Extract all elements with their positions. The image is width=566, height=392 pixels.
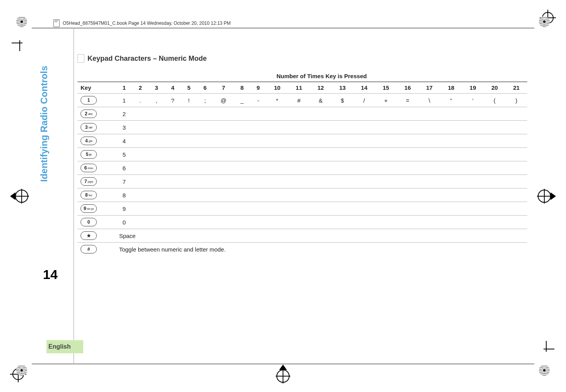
char-cell bbox=[250, 107, 266, 121]
char-cell bbox=[375, 107, 397, 121]
char-cell bbox=[148, 121, 165, 134]
full-row-text: Space bbox=[116, 229, 527, 243]
col-header: 3 bbox=[148, 82, 165, 94]
char-cell bbox=[181, 216, 197, 229]
char-cell bbox=[397, 175, 418, 188]
char-cell: 7 bbox=[116, 175, 132, 188]
char-cell bbox=[462, 161, 484, 175]
char-cell: 9 bbox=[116, 202, 132, 216]
char-cell bbox=[462, 175, 484, 188]
char-cell bbox=[418, 175, 440, 188]
char-cell bbox=[440, 202, 462, 216]
char-cell bbox=[506, 216, 527, 229]
char-cell bbox=[331, 121, 353, 134]
table-row: 11.,?!;@_-*#&$/+=\“‘() bbox=[77, 94, 527, 107]
char-cell bbox=[288, 121, 310, 134]
char-cell: & bbox=[310, 94, 331, 107]
col-header: 2 bbox=[132, 82, 148, 94]
char-cell bbox=[506, 121, 527, 134]
key-column-header: Key bbox=[77, 82, 116, 94]
char-cell bbox=[165, 121, 181, 134]
char-cell bbox=[148, 161, 165, 175]
char-cell: # bbox=[288, 94, 310, 107]
char-cell bbox=[197, 107, 213, 121]
keypad-key: 1 bbox=[81, 96, 97, 104]
char-cell bbox=[375, 161, 397, 175]
col-header: 5 bbox=[181, 82, 197, 94]
char-cell bbox=[181, 175, 197, 188]
char-cell bbox=[165, 188, 181, 202]
char-cell bbox=[288, 202, 310, 216]
char-cell bbox=[148, 216, 165, 229]
char-cell bbox=[288, 148, 310, 161]
char-cell bbox=[440, 134, 462, 148]
key-cell: 0 bbox=[77, 216, 116, 229]
char-cell bbox=[181, 202, 197, 216]
keypad-characters-table: Number of Times Key is Pressed Key 12345… bbox=[77, 70, 527, 256]
char-cell: ? bbox=[165, 94, 181, 107]
char-cell: 1 bbox=[116, 94, 132, 107]
char-cell bbox=[197, 161, 213, 175]
char-cell bbox=[165, 134, 181, 148]
char-cell bbox=[331, 134, 353, 148]
col-header: 6 bbox=[197, 82, 213, 94]
char-cell bbox=[165, 216, 181, 229]
char-cell bbox=[484, 202, 506, 216]
char-cell bbox=[213, 161, 234, 175]
keypad-key: 2abc bbox=[81, 110, 97, 118]
char-cell bbox=[234, 148, 250, 161]
main-content: Keypad Characters – Numeric Mode Number … bbox=[77, 54, 527, 256]
char-cell bbox=[266, 175, 288, 188]
registration-circle-bottom-left bbox=[16, 365, 27, 376]
keypad-key: 8tuv bbox=[81, 191, 97, 199]
char-cell bbox=[375, 175, 397, 188]
page-header: O5Head_6875947M01_C.book Page 14 Wednesd… bbox=[53, 19, 231, 27]
char-cell bbox=[234, 216, 250, 229]
key-cell: 1 bbox=[77, 94, 116, 107]
keypad-key: 7pqrs bbox=[81, 177, 97, 186]
footer-rule bbox=[32, 364, 534, 364]
char-cell bbox=[250, 175, 266, 188]
key-cell: 8tuv bbox=[77, 188, 116, 202]
char-cell bbox=[484, 175, 506, 188]
char-cell bbox=[132, 134, 148, 148]
crop-mark-top-left bbox=[12, 35, 28, 51]
char-cell: * bbox=[266, 94, 288, 107]
header-filename: O5Head_6875947M01_C.book Page 14 Wednesd… bbox=[63, 21, 231, 26]
page-number: 14 bbox=[37, 267, 64, 282]
char-cell bbox=[397, 202, 418, 216]
char-cell: ! bbox=[181, 94, 197, 107]
char-cell bbox=[148, 107, 165, 121]
char-cell bbox=[331, 161, 353, 175]
char-cell bbox=[440, 175, 462, 188]
key-cell: 6mno bbox=[77, 161, 116, 175]
char-cell bbox=[418, 202, 440, 216]
keypad-key: 0 bbox=[81, 218, 97, 226]
table-row: 8tuv8 bbox=[77, 188, 527, 202]
col-header: 20 bbox=[484, 82, 506, 94]
char-cell bbox=[213, 216, 234, 229]
char-cell: 0 bbox=[116, 216, 132, 229]
key-cell: # bbox=[77, 243, 116, 256]
char-cell bbox=[310, 134, 331, 148]
char-cell bbox=[213, 107, 234, 121]
col-header: 11 bbox=[288, 82, 310, 94]
char-cell bbox=[331, 107, 353, 121]
key-cell: ★ bbox=[77, 229, 116, 243]
char-cell bbox=[418, 134, 440, 148]
char-cell bbox=[484, 188, 506, 202]
char-cell bbox=[288, 134, 310, 148]
char-cell bbox=[331, 175, 353, 188]
registration-circle-top-left bbox=[16, 16, 27, 27]
char-cell bbox=[197, 175, 213, 188]
char-cell bbox=[462, 121, 484, 134]
char-cell bbox=[484, 121, 506, 134]
char-cell bbox=[165, 107, 181, 121]
char-cell bbox=[375, 216, 397, 229]
char-cell bbox=[440, 148, 462, 161]
char-cell bbox=[266, 107, 288, 121]
keypad-key: 9wx yz bbox=[81, 204, 97, 213]
char-cell: 2 bbox=[116, 107, 132, 121]
col-header: 10 bbox=[266, 82, 288, 94]
char-cell bbox=[132, 188, 148, 202]
